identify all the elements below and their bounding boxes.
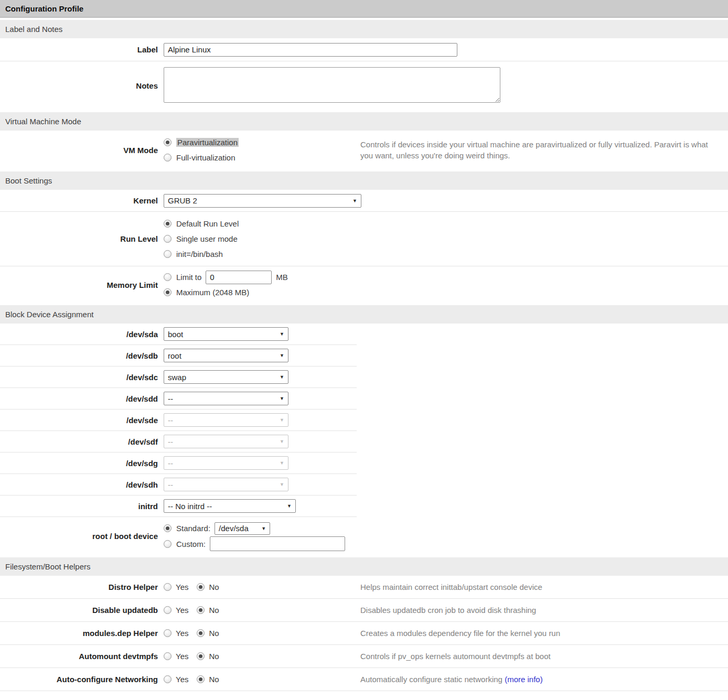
chevron-down-icon: ▼ (280, 353, 284, 358)
maximum-memory-radio[interactable] (164, 288, 172, 296)
modules-dep-no-radio[interactable] (197, 629, 205, 637)
root-device-option-standard[interactable]: Standard: /dev/sda ▼ (164, 521, 345, 535)
disable-updatedb-no-option[interactable]: No (197, 606, 219, 615)
run-level-option-single-user[interactable]: Single user mode (164, 232, 239, 246)
label-row: Label (0, 38, 728, 61)
no-label[interactable]: No (209, 652, 219, 661)
auto-configure-networking-help: Automatically configure static networkin… (357, 674, 728, 685)
standard-device-select[interactable]: /dev/sda ▼ (215, 522, 270, 535)
auto-configure-networking-no-radio[interactable] (197, 675, 205, 683)
modules-dep-no-option[interactable]: No (197, 629, 219, 638)
paravirtualization-label[interactable]: Paravirtualization (176, 138, 239, 147)
distro-helper-help: Helps maintain correct inittab/upstart c… (357, 581, 728, 593)
limit-to-label[interactable]: Limit to (176, 273, 201, 282)
label-field-label: Label (0, 45, 158, 54)
no-label[interactable]: No (209, 629, 219, 638)
default-run-level-label[interactable]: Default Run Level (176, 219, 239, 228)
chevron-down-icon: ▼ (280, 374, 284, 380)
distro-helper-no-radio[interactable] (197, 583, 205, 591)
memory-limit-input[interactable] (206, 271, 272, 284)
disable-updatedb-yes-option[interactable]: Yes (164, 606, 188, 615)
memory-limit-option-limit[interactable]: Limit to MB (164, 270, 288, 284)
disable-updatedb-label: Disable updatedb (0, 606, 158, 615)
auto-configure-networking-no-option[interactable]: No (197, 675, 219, 684)
no-label[interactable]: No (209, 606, 219, 615)
full-virtualization-label[interactable]: Full-virtualization (176, 153, 235, 162)
block-device-row-sdh: /dev/sdh -- ▼ (0, 474, 728, 496)
custom-device-radio[interactable] (164, 540, 172, 548)
sdh-select: -- ▼ (164, 478, 288, 491)
sdf-select-value: -- (168, 437, 173, 446)
yes-label[interactable]: Yes (176, 583, 188, 591)
single-user-mode-radio[interactable] (164, 235, 172, 243)
vm-mode-help: Controls if devices inside your virtual … (357, 139, 728, 161)
modules-dep-yes-option[interactable]: Yes (164, 629, 188, 638)
full-virtualization-radio[interactable] (164, 154, 172, 161)
memory-unit-label: MB (276, 273, 288, 282)
single-user-mode-label[interactable]: Single user mode (176, 234, 238, 243)
run-level-option-default[interactable]: Default Run Level (164, 217, 239, 231)
sdb-select[interactable]: root ▼ (164, 349, 288, 362)
section-heading-label-and-notes: Label and Notes (0, 20, 728, 38)
maximum-memory-label[interactable]: Maximum (2048 MB) (176, 288, 249, 297)
no-label[interactable]: No (209, 675, 219, 684)
kernel-select[interactable]: GRUB 2 ▼ (164, 194, 361, 208)
standard-device-select-value: /dev/sda (219, 524, 249, 533)
memory-limit-label: Memory Limit (0, 281, 158, 289)
sda-select[interactable]: boot ▼ (164, 327, 288, 341)
init-bash-radio[interactable] (164, 250, 172, 258)
sdc-select[interactable]: swap ▼ (164, 370, 288, 384)
sdh-select-value: -- (168, 480, 173, 489)
memory-limit-row: Memory Limit Limit to MB Maximum (2048 M… (0, 266, 728, 303)
chevron-down-icon: ▼ (280, 482, 284, 487)
distro-helper-yes-radio[interactable] (164, 583, 172, 591)
yes-label[interactable]: Yes (176, 606, 188, 615)
memory-limit-option-maximum[interactable]: Maximum (2048 MB) (164, 285, 288, 299)
standard-device-radio[interactable] (164, 524, 172, 532)
disable-updatedb-yes-radio[interactable] (164, 606, 172, 614)
automount-devtmpfs-no-option[interactable]: No (197, 652, 219, 661)
sdf-label: /dev/sdf (0, 437, 158, 446)
section-heading-boot-settings: Boot Settings (0, 171, 728, 190)
initrd-select[interactable]: -- No initrd -- ▼ (164, 499, 296, 513)
more-info-link[interactable]: (more info) (505, 675, 543, 684)
paravirtualization-radio[interactable] (164, 138, 172, 146)
sdd-select[interactable]: -- ▼ (164, 392, 288, 405)
automount-devtmpfs-yes-option[interactable]: Yes (164, 652, 188, 661)
notes-textarea[interactable] (164, 67, 500, 103)
yes-label[interactable]: Yes (176, 652, 188, 661)
disable-updatedb-help: Disables updatedb cron job to avoid disk… (357, 605, 728, 616)
label-input[interactable] (164, 43, 457, 57)
distro-helper-no-option[interactable]: No (197, 583, 219, 591)
block-device-row-sdb: /dev/sdb root ▼ (0, 345, 728, 367)
yes-label[interactable]: Yes (176, 629, 188, 638)
standard-device-label[interactable]: Standard: (176, 524, 210, 533)
vm-mode-option-full-virtualization[interactable]: Full-virtualization (164, 150, 239, 165)
root-boot-device-row: root / boot device Standard: /dev/sda ▼ … (0, 517, 728, 555)
sda-label: /dev/sda (0, 330, 158, 339)
init-bash-label[interactable]: init=/bin/bash (176, 250, 223, 259)
sdb-select-value: root (168, 351, 181, 360)
vm-mode-option-paravirtualization[interactable]: Paravirtualization (164, 135, 239, 149)
auto-configure-networking-yes-option[interactable]: Yes (164, 675, 188, 684)
default-run-level-radio[interactable] (164, 220, 172, 228)
chevron-down-icon: ▼ (280, 417, 284, 423)
custom-device-label[interactable]: Custom: (176, 540, 206, 548)
auto-configure-networking-help-text: Automatically configure static networkin… (360, 675, 502, 684)
sdd-select-value: -- (168, 394, 173, 403)
yes-label[interactable]: Yes (176, 675, 188, 684)
distro-helper-yes-option[interactable]: Yes (164, 583, 188, 591)
chevron-down-icon: ▼ (287, 503, 292, 509)
automount-devtmpfs-no-radio[interactable] (197, 652, 205, 660)
limit-to-radio[interactable] (164, 273, 172, 281)
no-label[interactable]: No (209, 583, 219, 591)
run-level-option-init-bash[interactable]: init=/bin/bash (164, 247, 239, 261)
automount-devtmpfs-yes-radio[interactable] (164, 652, 172, 660)
vm-mode-row: VM Mode Paravirtualization Full-virtuali… (0, 131, 728, 169)
root-device-option-custom[interactable]: Custom: (164, 536, 345, 551)
modules-dep-yes-radio[interactable] (164, 629, 172, 637)
auto-configure-networking-yes-radio[interactable] (164, 675, 172, 683)
section-heading-block-device-assignment: Block Device Assignment (0, 305, 728, 324)
custom-device-input[interactable] (210, 536, 345, 551)
disable-updatedb-no-radio[interactable] (197, 606, 205, 614)
